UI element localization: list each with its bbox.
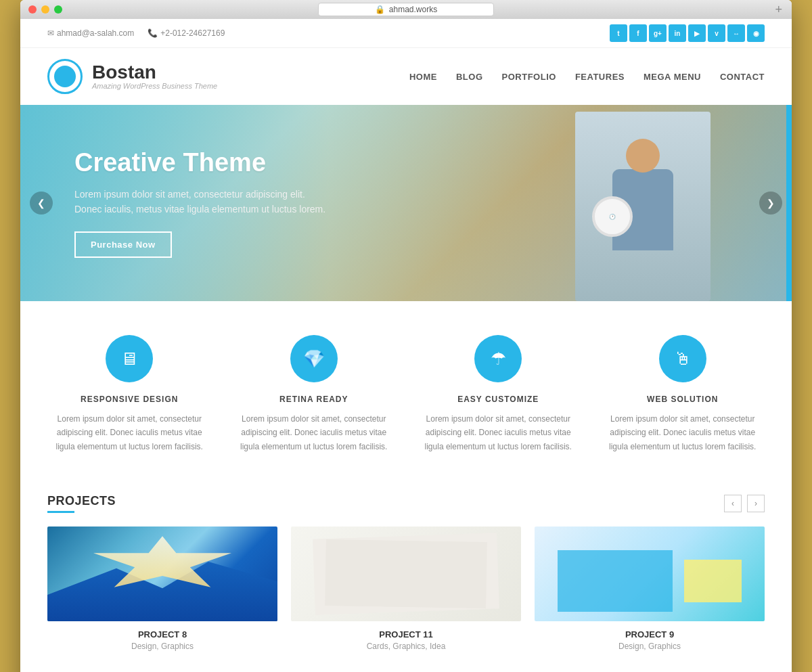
projects-next-button[interactable]: › — [747, 495, 765, 512]
slider-next-button[interactable]: ❯ — [759, 192, 782, 215]
project-image-1 — [47, 527, 277, 621]
feature-retina-icon: 💎 — [290, 335, 338, 382]
feature-responsive-title: RESPONSIVE DESIGN — [81, 395, 178, 404]
hero-accent-bar — [786, 105, 792, 301]
projects-section: PROJECTS ‹ › PROJECT 8 Design, Graphics … — [20, 480, 792, 672]
phone-text: +2-012-24627169 — [160, 28, 225, 38]
projects-header: PROJECTS ‹ › — [47, 494, 765, 513]
project-name-2: PROJECT 11 — [291, 629, 521, 640]
feature-customize: ☂ EASY CUSTOMIZE Lorem ipsum dolor sit a… — [416, 335, 581, 453]
social-linkedin[interactable]: in — [669, 24, 686, 42]
address-bar[interactable]: 🔒 ahmad.works — [318, 3, 494, 16]
nav-features[interactable]: FEATURES — [575, 70, 625, 83]
project-category-2: Cards, Graphics, Idea — [291, 642, 521, 651]
hero-desc-line2: Donec iaculis, metus vitae ligula elemen… — [74, 204, 325, 215]
site-header: Bostan Amazing WordPress Business Theme … — [20, 48, 792, 105]
logo-inner — [54, 66, 76, 87]
nav-portfolio-link[interactable]: PORTFOLIO — [502, 72, 556, 82]
hero-title: Creative Theme — [74, 148, 325, 177]
projects-title: PROJECTS — [47, 494, 116, 508]
project-category-1: Design, Graphics — [47, 642, 277, 651]
social-vimeo[interactable]: v — [708, 24, 725, 42]
nav-contact-link[interactable]: CONTACT — [720, 72, 765, 82]
hero-slider: 🕐 Creative Theme Lorem ipsum dolor sit a… — [20, 105, 792, 301]
url-text: ahmad.works — [389, 5, 437, 14]
nav-mega-menu[interactable]: MEGA MENU — [644, 70, 701, 83]
logo-area: Bostan Amazing WordPress Business Theme — [47, 59, 217, 94]
main-nav: HOME BLOG PORTFOLIO FEATURES MEGA MENU C… — [409, 70, 765, 83]
hero-person-image: 🕐 — [575, 112, 710, 301]
slider-prev-button[interactable]: ❮ — [30, 192, 53, 215]
site-title: Bostan — [92, 63, 217, 82]
site-subtitle: Amazing WordPress Business Theme — [92, 82, 217, 90]
feature-responsive: 🖥 RESPONSIVE DESIGN Lorem ipsum dolor si… — [47, 335, 212, 453]
nav-blog-link[interactable]: BLOG — [456, 72, 483, 82]
hero-desc-line1: Lorem ipsum dolor sit amet, consectetur … — [74, 189, 305, 200]
projects-navigation: ‹ › — [724, 495, 765, 512]
feature-responsive-desc: Lorem ipsum dolor sit amet, consectetur … — [47, 412, 212, 453]
phone-info: 📞 +2-012-24627169 — [148, 28, 225, 38]
nav-mega-link[interactable]: MEGA MENU — [644, 72, 701, 82]
social-facebook[interactable]: f — [629, 24, 647, 42]
nav-blog[interactable]: BLOG — [456, 70, 483, 83]
project-name-3: PROJECT 9 — [535, 629, 765, 640]
hero-description: Lorem ipsum dolor sit amet, consectetur … — [74, 187, 325, 217]
nav-home-link[interactable]: HOME — [409, 72, 437, 82]
social-icons: t f g+ in ▶ v ↔ ◉ — [610, 24, 765, 42]
features-section: 🖥 RESPONSIVE DESIGN Lorem ipsum dolor si… — [20, 301, 792, 480]
feature-customize-desc: Lorem ipsum dolor sit amet, consectetur … — [416, 412, 581, 453]
logo-circle — [47, 59, 83, 94]
feature-retina: 💎 RETINA READY Lorem ipsum dolor sit ame… — [232, 335, 397, 453]
social-link[interactable]: ↔ — [727, 24, 745, 42]
feature-retina-desc: Lorem ipsum dolor sit amet, consectetur … — [232, 412, 397, 453]
project-card-3[interactable]: PROJECT 9 Design, Graphics — [535, 527, 765, 651]
mac-titlebar: 🔒 ahmad.works + — [20, 0, 792, 19]
top-bar-left: ✉ ahmad@a-salah.com 📞 +2-012-24627169 — [47, 28, 225, 38]
feature-responsive-icon: 🖥 — [106, 335, 153, 382]
project-card-1[interactable]: PROJECT 8 Design, Graphics — [47, 527, 277, 651]
feature-web-icon: 🖱 — [659, 335, 706, 382]
nav-portfolio[interactable]: PORTFOLIO — [502, 70, 556, 83]
nav-features-link[interactable]: FEATURES — [575, 72, 625, 82]
email-text: ahmad@a-salah.com — [57, 28, 134, 38]
projects-title-area: PROJECTS — [47, 494, 116, 513]
hero-cta-button[interactable]: Purchase Now — [74, 231, 172, 258]
feature-web-desc: Lorem ipsum dolor sit amet, consectetur … — [601, 412, 765, 453]
project-image-3 — [535, 527, 765, 621]
person-clock: 🕐 — [592, 196, 633, 237]
social-youtube[interactable]: ▶ — [688, 24, 706, 42]
email-info: ✉ ahmad@a-salah.com — [47, 28, 134, 38]
nav-home[interactable]: HOME — [409, 70, 437, 83]
projects-prev-button[interactable]: ‹ — [724, 495, 742, 512]
logo-text: Bostan Amazing WordPress Business Theme — [92, 63, 217, 90]
project-card-2[interactable]: PROJECT 11 Cards, Graphics, Idea — [291, 527, 521, 651]
top-bar: ✉ ahmad@a-salah.com 📞 +2-012-24627169 t … — [20, 19, 792, 48]
mac-window: 🔒 ahmad.works + ✉ ahmad@a-salah.com 📞 +2… — [20, 0, 792, 672]
feature-retina-title: RETINA READY — [279, 395, 348, 404]
site-wrapper: ✉ ahmad@a-salah.com 📞 +2-012-24627169 t … — [20, 19, 792, 672]
phone-icon: 📞 — [148, 28, 158, 38]
feature-web-title: WEB SOLUTION — [647, 395, 718, 404]
minimize-button[interactable] — [41, 5, 49, 14]
feature-web-solution: 🖱 WEB SOLUTION Lorem ipsum dolor sit ame… — [601, 335, 765, 453]
project-name-1: PROJECT 8 — [47, 629, 277, 640]
lock-icon: 🔒 — [375, 5, 385, 14]
person-head — [626, 139, 660, 173]
project-category-3: Design, Graphics — [535, 642, 765, 651]
project-image-2 — [291, 527, 521, 621]
mac-window-buttons — [28, 5, 62, 14]
social-google[interactable]: g+ — [649, 24, 667, 42]
nav-menu: HOME BLOG PORTFOLIO FEATURES MEGA MENU C… — [409, 70, 765, 83]
maximize-button[interactable] — [54, 5, 62, 14]
social-rss[interactable]: ◉ — [747, 24, 765, 42]
new-tab-button[interactable]: + — [775, 3, 782, 17]
feature-customize-icon: ☂ — [474, 335, 522, 382]
person-silhouette: 🕐 — [582, 125, 704, 301]
projects-underline — [47, 511, 74, 513]
projects-grid: PROJECT 8 Design, Graphics PROJECT 11 Ca… — [47, 527, 765, 651]
hero-content: Creative Theme Lorem ipsum dolor sit ame… — [20, 148, 380, 259]
nav-contact[interactable]: CONTACT — [720, 70, 765, 83]
social-twitter[interactable]: t — [610, 24, 627, 42]
email-icon: ✉ — [47, 28, 54, 38]
close-button[interactable] — [28, 5, 37, 14]
